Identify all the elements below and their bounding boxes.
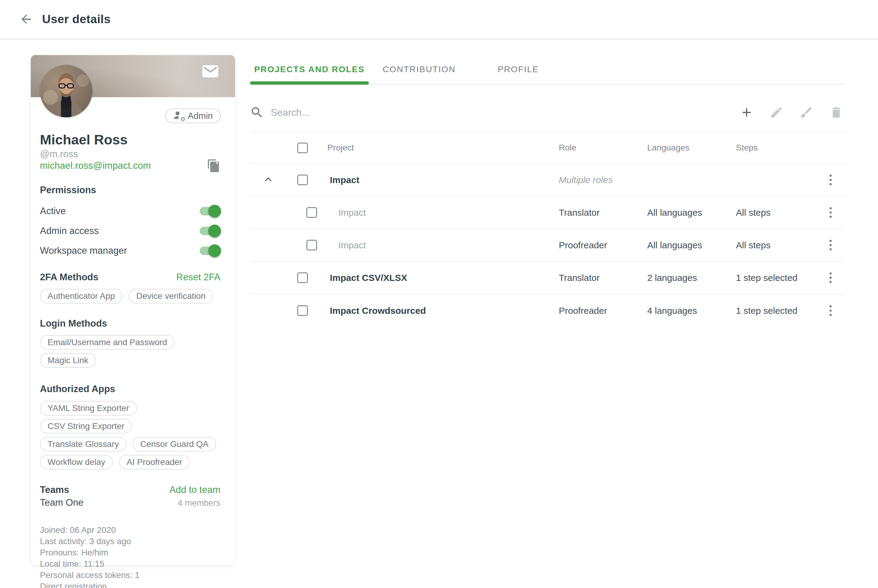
teams-title: Teams bbox=[40, 484, 69, 496]
tab-contribution[interactable]: CONTRIBUTION bbox=[369, 55, 469, 84]
edit-button[interactable] bbox=[770, 105, 784, 120]
table-row-impact-2: ImpactProofreaderAll languagesAll steps bbox=[250, 229, 844, 262]
meta-line: Personal access tokens: 1 bbox=[40, 569, 220, 581]
copy-icon[interactable] bbox=[206, 158, 221, 174]
table-header-row: Project Role Languages Steps bbox=[250, 132, 844, 164]
back-button[interactable] bbox=[18, 10, 35, 28]
toggle-label: Active bbox=[40, 206, 66, 217]
tab-profile[interactable]: PROFILE bbox=[469, 55, 567, 84]
toggle-row-active: Active bbox=[40, 204, 220, 218]
cell-project: Impact CSV/XLSX bbox=[317, 273, 559, 283]
toggle-label: Admin access bbox=[40, 225, 99, 236]
user-email-link[interactable]: michael.ross@impact.com bbox=[40, 160, 151, 171]
mail-icon[interactable] bbox=[201, 64, 219, 79]
user-name: Michael Ross bbox=[40, 132, 220, 147]
permissions-toggles: ActiveAdmin accessWorkspace manager bbox=[40, 204, 220, 258]
table-toolbar bbox=[250, 101, 844, 124]
authorized-apps-title: Authorized Apps bbox=[40, 383, 115, 395]
pencil-icon bbox=[770, 105, 783, 119]
row-checkbox[interactable] bbox=[297, 305, 308, 316]
chip-email-username-and-password: Email/Username and Password bbox=[40, 335, 175, 350]
cell-role: Translator bbox=[559, 273, 647, 283]
chip-authenticator-app: Authenticator App bbox=[40, 289, 123, 303]
table-row-impact-csv-xlsx-3: Impact CSV/XLSXTranslator2 languages1 st… bbox=[250, 262, 844, 294]
add-button[interactable] bbox=[740, 105, 754, 120]
toggle-row-workspace-manager: Workspace manager bbox=[40, 244, 220, 258]
trash-icon bbox=[829, 105, 843, 119]
toggle-knob bbox=[208, 225, 221, 237]
cell-role: Multiple roles bbox=[559, 175, 647, 185]
row-menu-icon[interactable] bbox=[827, 172, 834, 188]
row-checkbox[interactable] bbox=[307, 207, 317, 218]
row-menu-icon[interactable] bbox=[827, 270, 834, 285]
cell-steps: All steps bbox=[736, 240, 817, 250]
cell-role: Proofreader bbox=[559, 240, 647, 250]
app-header: User details bbox=[0, 0, 878, 40]
avatar bbox=[40, 65, 92, 117]
cell-languages: 2 languages bbox=[647, 273, 736, 283]
search-input[interactable] bbox=[271, 107, 724, 118]
user-username: @m.ross bbox=[40, 148, 220, 160]
meta-line: Joined: 06 Apr 2020 bbox=[40, 524, 220, 536]
search-icon bbox=[250, 105, 264, 119]
page-title: User details bbox=[42, 12, 111, 26]
chip-censor-guard-qa: Censor Guard QA bbox=[132, 437, 216, 452]
cleanup-button[interactable] bbox=[799, 105, 814, 120]
row-checkbox[interactable] bbox=[297, 175, 308, 185]
meta-line: Local time: 11:15 bbox=[40, 558, 220, 569]
row-menu-icon[interactable] bbox=[827, 237, 834, 253]
select-all-checkbox[interactable] bbox=[297, 142, 308, 153]
chip-workflow-delay: Workflow delay bbox=[40, 455, 113, 470]
delete-button[interactable] bbox=[829, 105, 844, 120]
cell-project: Impact bbox=[317, 240, 559, 250]
toggle-admin-access[interactable] bbox=[200, 226, 220, 235]
table-row-impact-crowdsourced-4: Impact CrowdsourcedProofreader4 language… bbox=[250, 294, 844, 327]
column-steps: Steps bbox=[736, 143, 817, 153]
tab-projects-and-roles[interactable]: PROJECTS AND ROLES bbox=[250, 55, 369, 84]
toggle-row-admin-access: Admin access bbox=[40, 224, 220, 238]
cell-role: Translator bbox=[559, 207, 647, 218]
chip-translate-glossary: Translate Glossary bbox=[40, 437, 126, 452]
reset-2fa-link[interactable]: Reset 2FA bbox=[176, 272, 220, 283]
cell-project: Impact Crowdsourced bbox=[317, 306, 559, 316]
chip-ai-proofreader: AI Proofreader bbox=[119, 455, 189, 470]
team-row: Team One4 members bbox=[40, 497, 220, 508]
row-menu-icon[interactable] bbox=[827, 303, 834, 318]
cell-languages: All languages bbox=[647, 207, 736, 218]
table-row-impact-1: ImpactTranslatorAll languagesAll steps bbox=[250, 196, 844, 229]
cell-steps: 1 step selected bbox=[736, 273, 817, 283]
table-row-impact-0: ImpactMultiple roles bbox=[250, 164, 844, 196]
permissions-title: Permissions bbox=[40, 184, 220, 196]
meta-line: Direct registration bbox=[40, 581, 220, 588]
brush-icon bbox=[799, 105, 813, 119]
toggle-workspace-manager[interactable] bbox=[200, 246, 220, 255]
cell-languages: All languages bbox=[647, 240, 736, 250]
cell-steps: All steps bbox=[736, 207, 817, 218]
toggle-active[interactable] bbox=[200, 207, 220, 215]
projects-table: Project Role Languages Steps ImpactMulti… bbox=[250, 132, 844, 327]
meta-line: Pronouns: He/him bbox=[40, 547, 220, 558]
meta-line: Last activity: 3 days ago bbox=[40, 536, 220, 547]
row-checkbox[interactable] bbox=[297, 272, 308, 283]
row-checkbox[interactable] bbox=[307, 240, 317, 250]
cell-steps: 1 step selected bbox=[736, 306, 817, 316]
chip-yaml-string-exporter: YAML String Exporter bbox=[40, 401, 137, 416]
admin-badge-label: Admin bbox=[188, 111, 213, 121]
chip-device-verification: Device verification bbox=[129, 289, 213, 303]
toggle-label: Workspace manager bbox=[40, 245, 127, 256]
authorized-app-chips: YAML String ExporterCSV String ExporterT… bbox=[40, 401, 220, 470]
toggle-knob bbox=[208, 244, 221, 257]
admin-badge: ⚙ Admin bbox=[165, 108, 221, 123]
chip-csv-string-exporter: CSV String Exporter bbox=[40, 419, 132, 434]
collapse-chevron-icon[interactable] bbox=[261, 173, 275, 188]
cell-role: Proofreader bbox=[559, 306, 647, 316]
row-menu-icon[interactable] bbox=[827, 205, 834, 220]
teams-list: Team One4 members bbox=[40, 497, 220, 508]
toggle-knob bbox=[208, 205, 221, 218]
add-to-team-link[interactable]: Add to team bbox=[170, 484, 220, 495]
column-role: Role bbox=[559, 143, 647, 153]
user-details-page: User details bbox=[0, 0, 878, 588]
chip-magic-link: Magic Link bbox=[40, 353, 96, 368]
twofa-title: 2FA Methods bbox=[40, 271, 98, 284]
column-project: Project bbox=[317, 143, 559, 153]
